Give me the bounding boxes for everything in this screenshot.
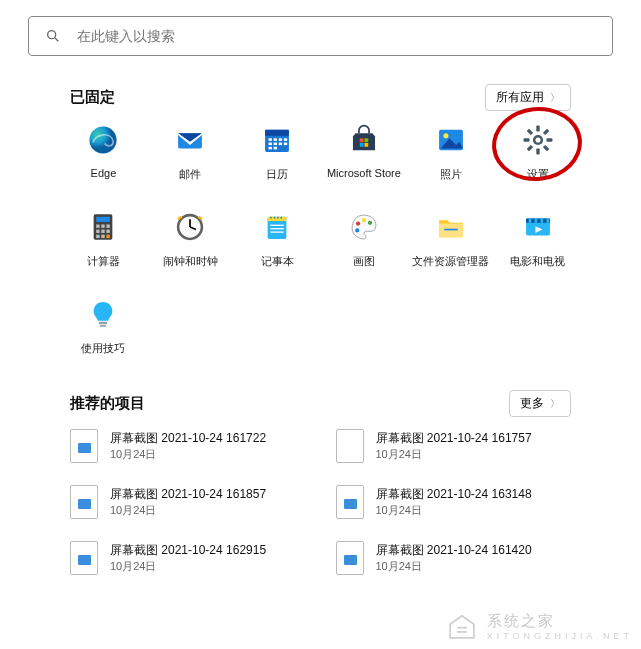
app-label: Microsoft Store: [327, 167, 401, 179]
svg-rect-17: [274, 147, 277, 150]
recommended-item[interactable]: 屏幕截图 2021-10-24 16291510月24日: [70, 541, 306, 575]
svg-point-27: [535, 137, 540, 142]
app-tile-paint[interactable]: 画图: [321, 204, 408, 269]
recommended-item[interactable]: 屏幕截图 2021-10-24 16172210月24日: [70, 429, 306, 463]
app-tile-notepad[interactable]: 记事本: [234, 204, 321, 269]
svg-point-23: [443, 133, 448, 138]
svg-point-47: [270, 217, 272, 219]
file-thumb-icon: [336, 429, 364, 463]
recommended-texts: 屏幕截图 2021-10-24 16185710月24日: [110, 487, 266, 517]
recommended-name: 屏幕截图 2021-10-24 161722: [110, 431, 266, 447]
svg-rect-62: [546, 219, 549, 223]
svg-rect-20: [360, 143, 364, 147]
watermark-logo-icon: [445, 609, 479, 643]
recommended-date: 10月24日: [376, 447, 532, 461]
app-label: 电影和电视: [510, 254, 565, 269]
search-box[interactable]: [28, 16, 613, 56]
svg-point-48: [274, 217, 276, 219]
svg-rect-31: [102, 224, 105, 227]
svg-rect-29: [97, 217, 111, 222]
app-tile-clock[interactable]: 闹钟和时钟: [147, 204, 234, 269]
svg-rect-38: [107, 235, 110, 238]
svg-rect-34: [102, 230, 105, 233]
svg-rect-61: [540, 219, 543, 223]
svg-line-1: [55, 38, 58, 41]
recommended-name: 屏幕截图 2021-10-24 163148: [376, 487, 532, 503]
watermark-main: 系统之家: [487, 612, 555, 629]
file-thumb-icon: [70, 485, 98, 519]
movies-icon: [521, 210, 555, 244]
app-tile-mail[interactable]: 邮件: [147, 117, 234, 182]
more-label: 更多: [520, 395, 544, 412]
recommended-date: 10月24日: [376, 503, 532, 517]
svg-rect-18: [360, 138, 364, 142]
app-label: 画图: [353, 254, 375, 269]
svg-point-52: [362, 218, 366, 222]
app-tile-explorer[interactable]: 文件资源管理器: [407, 204, 494, 269]
recommended-texts: 屏幕截图 2021-10-24 16291510月24日: [110, 543, 266, 573]
svg-rect-7: [265, 130, 289, 136]
svg-point-0: [48, 31, 56, 39]
recommended-date: 10月24日: [376, 559, 532, 573]
app-label: Edge: [91, 167, 117, 179]
recommended-name: 屏幕截图 2021-10-24 161857: [110, 487, 266, 503]
app-tile-photos[interactable]: 照片: [407, 117, 494, 182]
app-label: 计算器: [87, 254, 120, 269]
recommended-texts: 屏幕截图 2021-10-24 16314810月24日: [376, 487, 532, 517]
recommended-list: 屏幕截图 2021-10-24 16172210月24日屏幕截图 2021-10…: [70, 429, 571, 575]
photos-icon: [434, 123, 468, 157]
app-tile-movies[interactable]: 电影和电视: [494, 204, 581, 269]
svg-rect-60: [534, 219, 537, 223]
recommended-item[interactable]: 屏幕截图 2021-10-24 16314810月24日: [336, 485, 572, 519]
svg-rect-11: [284, 138, 287, 141]
recommended-texts: 屏幕截图 2021-10-24 16172210月24日: [110, 431, 266, 461]
more-button[interactable]: 更多 〉: [509, 390, 571, 417]
app-tile-settings[interactable]: 设置: [494, 117, 581, 182]
svg-point-54: [355, 228, 359, 232]
svg-rect-19: [364, 138, 368, 142]
app-tile-calendar[interactable]: 日历: [234, 117, 321, 182]
recommended-item[interactable]: 屏幕截图 2021-10-24 16175710月24日: [336, 429, 572, 463]
recommended-name: 屏幕截图 2021-10-24 162915: [110, 543, 266, 559]
svg-rect-15: [284, 143, 287, 146]
calendar-icon: [260, 123, 294, 157]
app-tile-tips[interactable]: 使用技巧: [60, 291, 147, 356]
paint-icon: [347, 210, 381, 244]
svg-rect-32: [107, 224, 110, 227]
file-thumb-icon: [336, 485, 364, 519]
pinned-header: 已固定 所有应用 〉: [70, 84, 571, 111]
all-apps-label: 所有应用: [496, 89, 544, 106]
svg-rect-36: [97, 235, 100, 238]
svg-point-50: [280, 217, 282, 219]
all-apps-button[interactable]: 所有应用 〉: [485, 84, 571, 111]
watermark: 系统之家 XITONGZHIJIA.NET: [445, 609, 633, 643]
svg-rect-26: [536, 126, 539, 132]
file-thumb-icon: [70, 429, 98, 463]
app-label: 邮件: [179, 167, 201, 182]
svg-rect-56: [444, 229, 458, 231]
search-icon: [45, 28, 61, 44]
notepad-icon: [260, 210, 294, 244]
recommended-item[interactable]: 屏幕截图 2021-10-24 16185710月24日: [70, 485, 306, 519]
app-tile-calculator[interactable]: 计算器: [60, 204, 147, 269]
svg-rect-33: [97, 230, 100, 233]
recommended-item[interactable]: 屏幕截图 2021-10-24 16142010月24日: [336, 541, 572, 575]
svg-rect-12: [269, 143, 272, 146]
svg-rect-10: [279, 138, 282, 141]
search-input[interactable]: [77, 28, 596, 44]
file-thumb-icon: [336, 541, 364, 575]
app-tile-store[interactable]: Microsoft Store: [321, 117, 408, 182]
pinned-grid: Edge邮件日历Microsoft Store照片设置计算器闹钟和时钟记事本画图…: [60, 117, 581, 356]
edge-icon: [86, 123, 120, 157]
store-icon: [347, 123, 381, 157]
recommended-texts: 屏幕截图 2021-10-24 16175710月24日: [376, 431, 532, 461]
svg-rect-13: [274, 143, 277, 146]
svg-rect-35: [107, 230, 110, 233]
app-label: 日历: [266, 167, 288, 182]
app-tile-edge[interactable]: Edge: [60, 117, 147, 182]
file-thumb-icon: [70, 541, 98, 575]
recommended-header: 推荐的项目 更多 〉: [70, 390, 571, 417]
svg-rect-65: [100, 325, 107, 327]
app-label: 闹钟和时钟: [163, 254, 218, 269]
svg-point-51: [356, 221, 360, 225]
